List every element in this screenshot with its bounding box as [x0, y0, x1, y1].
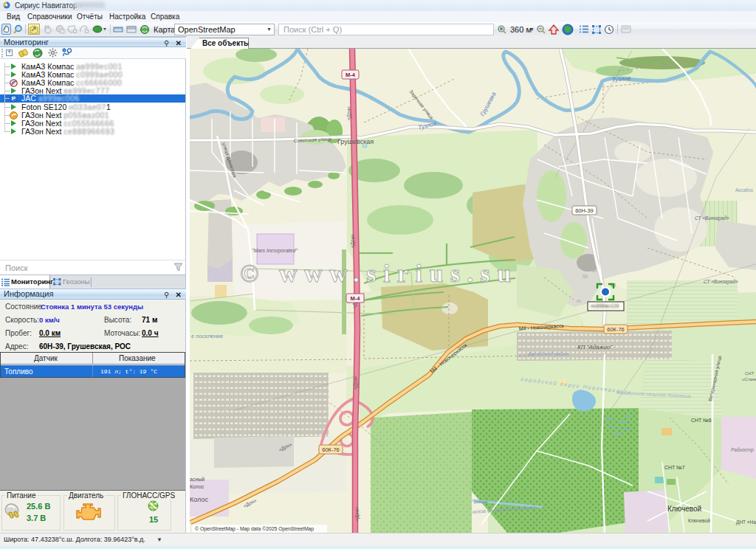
svg-text:но888во126: но888во126	[591, 303, 619, 308]
svg-text:P: P	[12, 95, 16, 102]
svg-text:© OpenStreetMap - Map data ©20: © OpenStreetMap - Map data ©2025 OpenStr…	[195, 526, 314, 532]
